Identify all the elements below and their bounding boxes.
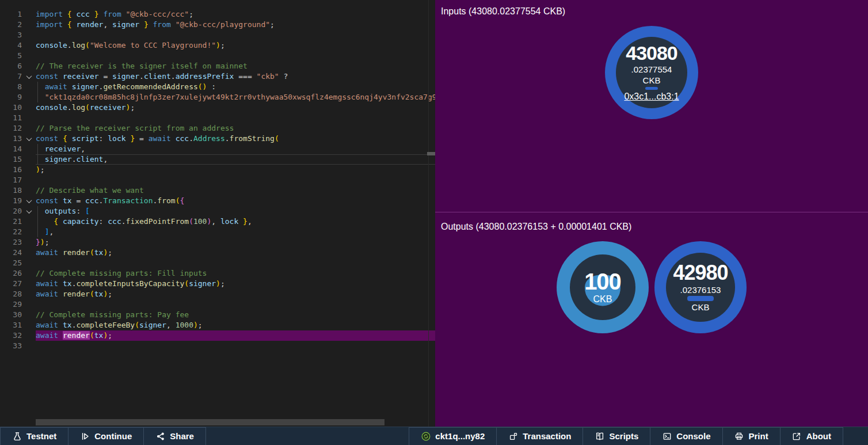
code-token: completeFeeBy xyxy=(76,321,135,329)
code-line[interactable]: 13const { script: lock } = await ccc.Add… xyxy=(0,134,435,144)
code-line[interactable]: 4console.log("Welcome to CCC Playground!… xyxy=(0,40,435,51)
code-line[interactable]: 16); xyxy=(0,165,435,175)
code-line[interactable]: 29 xyxy=(0,299,435,310)
cell-unit: CKB xyxy=(692,302,710,312)
gutter-fold-column xyxy=(22,51,36,61)
code-token: tx xyxy=(94,248,104,257)
cell-amount: 42980 xyxy=(673,263,728,284)
code-line[interactable]: 1import { ccc } from "@ckb-ccc/ccc"; xyxy=(0,9,435,20)
code-token: fixedPointFrom xyxy=(126,217,189,226)
code-line[interactable]: 22 ], xyxy=(0,227,435,237)
line-number: 15 xyxy=(0,154,22,165)
code-token: signer xyxy=(112,20,139,29)
code-line[interactable]: 31await tx.completeFeeBy(signer, 1000); xyxy=(0,320,435,330)
code-line[interactable]: 3 xyxy=(0,30,435,40)
line-number: 2 xyxy=(0,20,22,30)
code-token: log xyxy=(72,41,85,50)
code-token: ; xyxy=(45,238,50,246)
code-line[interactable]: 23}); xyxy=(0,237,435,248)
gutter-fold-column xyxy=(22,216,36,227)
transaction-visualizer: Inputs (43080.02377554 CKB) 43080.023775… xyxy=(435,0,868,427)
code-token: render xyxy=(76,20,103,29)
code-line[interactable]: 27await tx.completeInputsByCapacity(sign… xyxy=(0,279,435,289)
output-cell[interactable]: 42980.02376153CKB xyxy=(654,241,747,333)
toolbar-button-console[interactable]: Console xyxy=(650,427,722,445)
code-line[interactable]: 21 { capacity: ccc.fixedPointFrom(100), … xyxy=(0,216,435,227)
toolbar-button-ckt1q-ny82[interactable]: ckt1q...ny82 xyxy=(409,427,497,445)
code-token: { xyxy=(54,217,58,226)
line-number: 29 xyxy=(0,299,22,310)
output-cell[interactable]: 100CKB xyxy=(557,241,649,333)
code-token: ) xyxy=(216,279,220,288)
code-token xyxy=(139,20,144,29)
code-token xyxy=(58,331,63,340)
code-token: ( xyxy=(275,134,279,143)
code-line[interactable]: 20 outputs: [ xyxy=(0,206,435,216)
toolbar-button-transaction[interactable]: Transaction xyxy=(496,427,583,445)
toolbar-button-print[interactable]: Print xyxy=(722,427,781,445)
toolbar-button-label: ckt1q...ny82 xyxy=(435,431,485,441)
horizontal-scrollbar-thumb[interactable] xyxy=(36,419,384,425)
code-token: === xyxy=(234,72,256,81)
code-token: console xyxy=(36,41,67,50)
code-line[interactable]: 28await render(tx); xyxy=(0,289,435,299)
line-number: 7 xyxy=(0,71,22,82)
code-line[interactable]: 5 xyxy=(0,51,435,61)
code-line[interactable]: 19const tx = ccc.Transaction.from({ xyxy=(0,196,435,206)
code-text: import { ccc } from "@ckb-ccc/ccc"; xyxy=(36,9,435,20)
code-line[interactable]: 25 xyxy=(0,258,435,268)
gutter-fold-column xyxy=(22,92,36,102)
code-line[interactable]: 17 xyxy=(0,175,435,185)
code-line[interactable]: 10console.log(receiver); xyxy=(0,102,435,113)
gutter-fold-column xyxy=(22,310,36,320)
code-editor[interactable]: 1import { ccc } from "@ckb-ccc/ccc";2imp… xyxy=(0,0,435,427)
cell-capacity-disc: 42980.02376153CKB xyxy=(666,253,735,322)
code-line[interactable]: 8 await signer.getRecommendedAddress() : xyxy=(0,82,435,92)
code-line[interactable]: 33 xyxy=(0,341,435,351)
input-cell[interactable]: 43080.02377554CKB0x3c1...cb3:1 xyxy=(605,26,698,119)
code-token: render xyxy=(63,290,90,298)
code-line[interactable]: 30// Complete missing parts: Pay fee xyxy=(0,310,435,320)
code-line[interactable]: 26// Complete missing parts: Fill inputs xyxy=(0,268,435,279)
code-text: // Complete missing parts: Fill inputs xyxy=(36,268,435,279)
code-text: await render(tx); xyxy=(36,289,435,299)
code-line[interactable]: 7const receiver = signer.client.addressP… xyxy=(0,71,435,82)
code-line[interactable]: 9 "ckt1qzda0cr08m85hc8jlnfp3zer7xulejywt… xyxy=(0,92,435,102)
code-line[interactable]: 6// The receiver is the signer itself on… xyxy=(0,61,435,71)
code-line[interactable]: 15 signer.client, xyxy=(0,154,435,165)
line-number: 23 xyxy=(0,237,22,248)
code-line[interactable]: 32await render(tx); xyxy=(0,330,435,341)
toolbar-button-testnet[interactable]: Testnet xyxy=(0,427,68,445)
fold-chevron-icon[interactable] xyxy=(26,208,32,214)
code-token: ; xyxy=(40,165,45,174)
code-token: console xyxy=(36,103,67,112)
code-token: ; xyxy=(220,41,225,50)
gutter-fold-column xyxy=(22,40,36,51)
toolbar-button-about[interactable]: About xyxy=(780,427,843,445)
toolbar-button-continue[interactable]: Continue xyxy=(68,427,144,445)
outpoint-link[interactable]: 0x3c1...cb3:1 xyxy=(624,92,679,102)
line-number: 5 xyxy=(0,51,22,61)
code-token: ; xyxy=(189,10,193,18)
code-line[interactable]: 12// Parse the receiver script from an a… xyxy=(0,123,435,134)
code-text: await signer.getRecommendedAddress() : xyxy=(36,82,435,92)
code-token: ( xyxy=(135,321,139,329)
fold-chevron-icon[interactable] xyxy=(26,73,32,79)
code-token: ccc xyxy=(108,217,121,226)
toolbar-button-scripts[interactable]: Scripts xyxy=(583,427,650,445)
code-token: // Complete missing parts: Pay fee xyxy=(36,310,189,319)
code-token: "ckt1qzda0cr08m85hc8jlnfp3zer7xulejywt49… xyxy=(45,93,435,101)
toolbar-button-share[interactable]: Share xyxy=(143,427,206,445)
outputs-title: Outputs (43080.02376153 + 0.00001401 CKB… xyxy=(435,215,868,232)
code-token xyxy=(58,290,63,298)
code-line[interactable]: 24await render(tx); xyxy=(0,248,435,258)
code-line[interactable]: 11 xyxy=(0,113,435,123)
code-token: = xyxy=(72,196,85,205)
code-text xyxy=(36,299,435,310)
fold-chevron-icon[interactable] xyxy=(26,135,32,141)
fold-chevron-icon[interactable] xyxy=(26,197,32,203)
code-line[interactable]: 18// Describe what we want xyxy=(0,185,435,196)
code-text: console.log(receiver); xyxy=(36,102,435,113)
code-line[interactable]: 14 receiver, xyxy=(0,144,435,154)
code-line[interactable]: 2import { render, signer } from "@ckb-cc… xyxy=(0,20,435,30)
